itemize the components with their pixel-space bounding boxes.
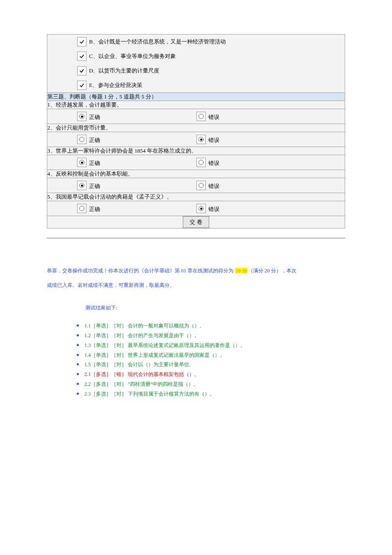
quiz-table: B、会计既是一个经济信息系统，又是一种经济管理活动C、以企业、事业等单位为服务对… (47, 34, 345, 228)
multi-option-label: E、参与企业经营决策 (89, 81, 142, 90)
radio-icon[interactable] (196, 158, 206, 167)
checkbox-icon[interactable] (77, 81, 86, 90)
result-item: 1.4［单选］［对］ 世界上形成复式记账法最早的国家是（）。 (74, 350, 332, 360)
score-highlight: 16 分 (235, 268, 248, 274)
tf-question: 5、我国最早记载会计活动的典籍是《孟子正义》。 (47, 193, 345, 201)
tf-answer-row: 正确错误 (47, 155, 345, 170)
radio-icon[interactable] (196, 135, 206, 144)
result-message: 恭喜，交卷操作成功完成！你本次进行的《会计学基础》第 01 章在线测试的得分为 … (47, 264, 345, 292)
radio-icon[interactable] (77, 181, 86, 190)
radio-icon[interactable] (196, 181, 206, 190)
msg-part2: （满分 20 分），本次 (248, 268, 297, 274)
tf-question: 3、世界上第一家特许会计师协会是 1854 年在苏格兰成立的。 (47, 147, 345, 155)
section-3-header: 第三题、判断题（每题 1 分，5 道题共 5 分） (47, 93, 345, 101)
tf-wrong-label: 错误 (208, 182, 219, 190)
tf-answer-row: 正确错误 (47, 109, 345, 124)
result-item: 2.2［多选］［对］ "四柱清册"中的四柱是指（）。 (74, 379, 332, 389)
tf-correct-label: 正确 (89, 182, 100, 190)
checkbox-icon[interactable] (77, 66, 86, 75)
radio-icon[interactable] (196, 204, 206, 213)
checkbox-icon[interactable] (77, 37, 86, 46)
tf-correct-option: 正确 (77, 135, 196, 144)
submit-button[interactable]: 交 卷 (183, 216, 209, 228)
results-block: 测试结果如下: 1.1［单选］［对］ 会计的一般对象可以概括为（）。1.2［单选… (60, 304, 332, 399)
tf-correct-option: 正确 (77, 112, 196, 121)
tf-question: 4、反映和控制是会计的基本职能。 (47, 170, 345, 178)
tf-correct-option: 正确 (77, 181, 196, 190)
tf-correct-label: 正确 (89, 136, 100, 144)
radio-icon[interactable] (77, 112, 86, 121)
tf-wrong-option: 错误 (196, 181, 219, 190)
radio-icon[interactable] (77, 158, 86, 167)
msg-part1: 恭喜，交卷操作成功完成！你本次进行的《会计学基础》第 01 章在线测试的得分为 (47, 268, 235, 274)
tf-wrong-option: 错误 (196, 204, 219, 213)
result-item: 1.1［单选］［对］ 会计的一般对象可以概括为（）。 (74, 321, 332, 331)
tf-answer-row: 正确错误 (47, 132, 345, 147)
multi-option-label: C、以企业、事业等单位为服务对象 (89, 52, 176, 61)
multi-option: B、会计既是一个经济信息系统，又是一种经济管理活动 (47, 35, 345, 49)
tf-wrong-option: 错误 (196, 158, 219, 167)
tf-answer-row: 正确错误 (47, 201, 345, 216)
tf-wrong-option: 错误 (196, 135, 219, 144)
tf-question: 1、经济越发展，会计越重要。 (47, 101, 345, 109)
results-list: 1.1［单选］［对］ 会计的一般对象可以概括为（）。1.2［单选］［对］ 会计的… (60, 321, 332, 399)
result-item: 2.3［多选］［对］ 下列项目属于会计核算方法的有（）。 (74, 389, 332, 399)
multi-option-label: D、以货币为主要的计量尺度 (89, 67, 159, 75)
result-item: 1.2［单选］［对］ 会计的产生与发展是由于（）。 (74, 331, 332, 341)
tf-question: 2、会计只能用货币计量。 (47, 124, 345, 132)
tf-correct-option: 正确 (77, 204, 196, 213)
multi-option: E、参与企业经营决策 (47, 78, 345, 92)
result-item: 1.3［单选］［对］ 最早系统论述复式记账原理及其运用的著作是（）。 (74, 341, 332, 350)
checkbox-icon[interactable] (77, 52, 86, 61)
multi-option: D、以货币为主要的计量尺度 (47, 64, 345, 78)
radio-icon[interactable] (77, 204, 86, 213)
tf-wrong-label: 错误 (208, 205, 219, 213)
tf-correct-option: 正确 (77, 158, 196, 167)
tf-correct-label: 正确 (89, 159, 100, 167)
tf-answer-row: 正确错误 (47, 178, 345, 193)
radio-icon[interactable] (196, 112, 206, 121)
multi-option: C、以企业、事业等单位为服务对象 (47, 49, 345, 64)
result-item: 2.1［多选］［错］ 现代会计的基本框架包括（）。 (74, 370, 332, 379)
tf-wrong-label: 错误 (208, 136, 219, 144)
msg-part3: 成绩已入库。若对成绩不满意，可重新再测，取最高分。 (47, 282, 175, 288)
tf-correct-label: 正确 (89, 113, 100, 121)
submit-cell: 交 卷 (47, 216, 345, 228)
tf-correct-label: 正确 (89, 205, 100, 213)
results-title: 测试结果如下: (60, 304, 332, 312)
tf-wrong-option: 错误 (196, 112, 219, 121)
radio-icon[interactable] (77, 135, 86, 144)
tf-wrong-label: 错误 (208, 159, 219, 167)
divider (47, 238, 345, 238)
multi-options-cell: B、会计既是一个经济信息系统，又是一种经济管理活动C、以企业、事业等单位为服务对… (47, 35, 345, 93)
result-item: 1.5［单选］［对］ 会计以（）为主要计量单位。 (74, 360, 332, 370)
multi-option-label: B、会计既是一个经济信息系统，又是一种经济管理活动 (89, 38, 226, 46)
tf-wrong-label: 错误 (208, 113, 219, 121)
